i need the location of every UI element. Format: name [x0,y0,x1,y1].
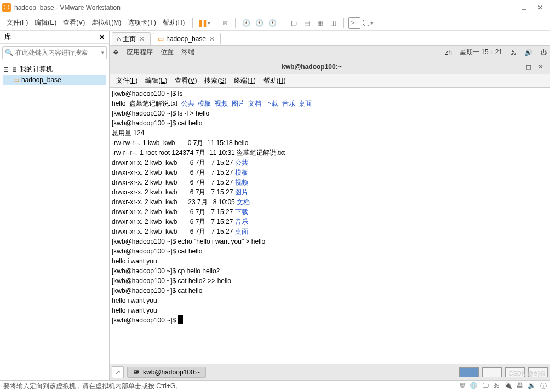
sidebar-title: 库 [4,32,11,42]
tab-close-button[interactable]: ✕ [208,35,216,43]
menu-item-1[interactable]: 编辑(E) [31,17,60,28]
view-single-button[interactable]: ▢ [288,17,300,29]
close-button[interactable]: ✕ [532,2,548,13]
usb-icon[interactable]: 🔌 [504,382,512,391]
clock-label[interactable]: 星期一 15：21 [460,48,502,57]
monitor-icon[interactable]: 🖵 [482,382,489,391]
workspace-1[interactable] [459,367,479,377]
separator [283,18,283,28]
tabs-row: ⌂主页✕▭hadoop_base✕ [110,31,550,46]
volume-icon[interactable]: 🔊 [524,49,532,56]
tab-close-button[interactable]: ✕ [138,35,146,43]
workspace-3[interactable] [505,367,525,377]
app-statusbar: 要将输入定向到该虚拟机，请在虚拟机内部单击或按 Ctrl+G。 ⛃ 💿 🖵 🖧 … [0,380,550,392]
search-box[interactable]: 🔍 ▾ [2,46,107,59]
snapshot-button[interactable]: 🕘 [240,17,252,29]
workspace-4[interactable] [528,367,548,377]
send-ctrl-alt-del-button[interactable]: ⎚ [219,17,231,29]
network-icon[interactable]: 🖧 [510,49,517,56]
tab-1[interactable]: ▭hadoop_base✕ [153,33,221,44]
separator [214,18,214,28]
tree-vm-item[interactable]: ▭ hadoop_base [3,75,106,85]
maximize-button[interactable]: ☐ [516,2,531,13]
vm-tab-icon: ▭ [158,35,164,43]
tab-label: 主页 [123,34,136,44]
tree-root[interactable]: ⊟ 🖥 我的计算机 [3,64,106,75]
window-title: hadoop_base - VMware Workstation [14,4,500,11]
terminal-minimize-button[interactable]: ― [511,62,523,72]
separator [343,18,344,28]
sidebar-close-button[interactable]: ✕ [99,33,105,41]
separator [192,18,193,28]
terminal-titlebar[interactable]: kwb@hadoop100:~ ― ◻ ✕ [110,59,550,74]
vm-tree: ⊟ 🖥 我的计算机 ▭ hadoop_base [0,61,109,87]
terminal-menu-0[interactable]: 文件(F) [113,75,141,87]
info-icon[interactable]: ⓘ [540,382,547,391]
tree-root-label: 我的计算机 [20,65,53,74]
minimize-button[interactable]: ― [500,2,515,13]
tab-0[interactable]: ⌂主页✕ [112,32,151,45]
gnome-menu-0[interactable]: 应用程序 [127,48,153,56]
computer-icon: 🖥 [11,66,18,73]
window-titlebar: 🖵 hadoop_base - VMware Workstation ― ☐ ✕ [0,0,550,15]
taskbar-item-label: kwb@hadoop100:~ [143,368,200,376]
menu-item-0[interactable]: 文件(F) [3,17,31,28]
view-unity-button[interactable]: ◫ [327,17,339,29]
search-dropdown-icon[interactable]: ▾ [101,50,104,55]
terminal-close-button[interactable]: ✕ [535,62,547,72]
fullscreen-button[interactable]: ⛶▾ [362,17,374,29]
console-button[interactable]: ＞_ [348,17,360,29]
library-sidebar: 库 ✕ 🔍 ▾ ⊟ 🖥 我的计算机 ▭ hadoop_base [0,31,110,380]
sidebar-header: 库 ✕ [0,31,109,44]
tree-vm-label: hadoop_base [21,76,61,84]
guest-top-panel: ❖ 应用程序位置终端 zh 星期一 15：21 🖧 🔊 ⏻ [110,46,550,59]
terminal-maximize-button[interactable]: ◻ [523,62,535,72]
terminal-menu-4[interactable]: 终端(T) [231,75,259,87]
vm-icon: ▭ [13,76,19,84]
terminal-cursor [178,315,183,324]
app-menubar: 文件(F)编辑(E)查看(V)虚拟机(M)选项卡(T)帮助(H) ❚❚▾ ⎚ 🕘… [0,15,550,31]
separator [235,18,236,28]
menu-item-3[interactable]: 虚拟机(M) [88,17,124,28]
activities-icon[interactable]: ❖ [113,49,119,56]
terminal-output[interactable]: [kwb@hadoop100 ~]$ lshello 盗墓笔记解说.txt 公共… [110,88,550,364]
hdd-icon[interactable]: ⛃ [460,382,465,391]
pause-vm-button[interactable]: ❚❚▾ [197,17,209,29]
search-icon: 🔍 [5,49,13,56]
expand-icon[interactable]: ⊟ [3,66,9,73]
workspace-2[interactable] [482,367,502,377]
home-icon: ⌂ [117,35,121,43]
cd-icon[interactable]: 💿 [469,382,478,391]
terminal-menubar: 文件(F)编辑(E)查看(V)搜索(S)终端(T)帮助(H) [110,74,550,88]
menu-item-5[interactable]: 帮助(H) [159,17,188,28]
gnome-menu-1[interactable]: 位置 [161,48,174,56]
sound-icon[interactable]: 🔉 [528,382,536,391]
terminal-menu-3[interactable]: 搜索(S) [201,75,230,87]
status-device-icons: ⛃ 💿 🖵 🖧 🔌 🖶 🔉 ⓘ [460,382,547,391]
view-grid-button[interactable]: ▦ [314,17,326,29]
terminal-title: kwb@hadoop100:~ [113,63,511,71]
search-input[interactable] [15,49,100,56]
manage-snapshot-button[interactable]: 🕚 [266,17,278,29]
menu-item-4[interactable]: 选项卡(T) [124,17,159,28]
nic-icon[interactable]: 🖧 [493,382,500,391]
input-lang-indicator[interactable]: zh [445,49,452,56]
terminal-menu-5[interactable]: 帮助(H) [260,75,289,87]
status-hint: 要将输入定向到该虚拟机，请在虚拟机内部单击或按 Ctrl+G。 [3,382,182,391]
terminal-task-icon: 🖳 [133,368,140,376]
power-icon[interactable]: ⏻ [540,49,547,56]
taskbar-terminal-item[interactable]: 🖳 kwb@hadoop100:~ [127,367,206,378]
terminal-menu-1[interactable]: 编辑(E) [142,75,170,87]
guest-taskbar: ↗ 🖳 kwb@hadoop100:~ [110,364,550,380]
vmware-icon: 🖵 [2,3,11,12]
revert-button[interactable]: 🕙 [253,17,265,29]
menu-item-2[interactable]: 查看(V) [60,17,88,28]
printer-icon[interactable]: 🖶 [517,382,523,391]
gnome-menu-2[interactable]: 终端 [181,48,194,56]
tab-label: hadoop_base [166,35,206,43]
content-area: ⌂主页✕▭hadoop_base✕ ❖ 应用程序位置终端 zh 星期一 15：2… [110,31,550,380]
view-tabs-button[interactable]: ▤ [301,17,313,29]
terminal-menu-2[interactable]: 查看(V) [171,75,200,87]
show-desktop-button[interactable]: ↗ [112,366,124,378]
